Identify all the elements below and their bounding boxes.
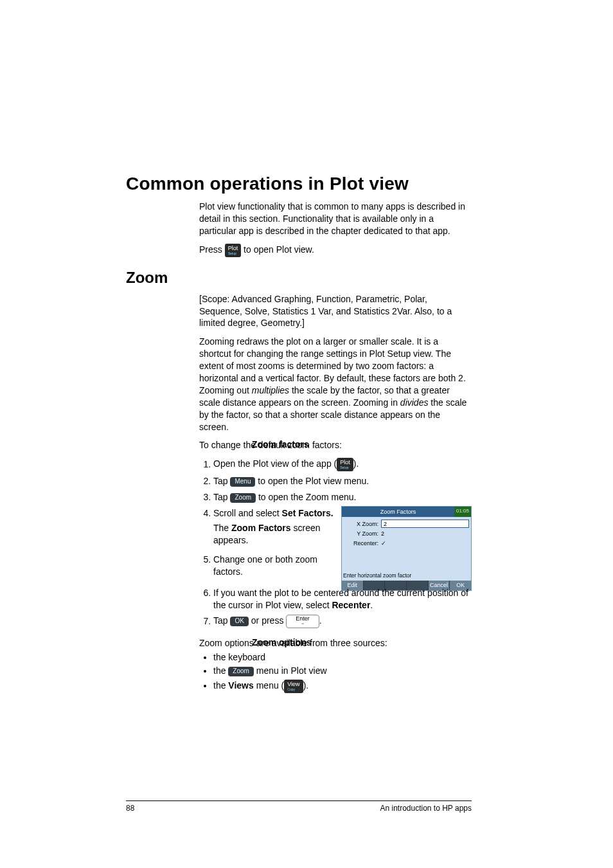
step-4: Scroll and select Set Factors. The Zoom …	[213, 507, 472, 591]
heading-zoom: Zoom	[126, 269, 472, 287]
step-5: Change one or both zoom factors.	[213, 554, 335, 578]
zoom-scope: [Scope: Advanced Graphing, Function, Par…	[199, 293, 472, 330]
page: Common operations in Plot view Plot view…	[0, 0, 613, 868]
zo-views-menu: the Views menu (ViewCopy).	[213, 680, 472, 693]
calc-titlebar: Zoom Factors 01:05	[342, 507, 471, 517]
calc-time: 01:05	[454, 507, 471, 517]
zoom-softkey: Zoom	[230, 493, 256, 503]
zo-zoom-menu: the Zoom menu in Plot view	[213, 665, 472, 676]
press-plot-line: Press PlotSetup to open Plot view.	[199, 244, 472, 257]
plot-key-icon: PlotSetup	[225, 244, 242, 257]
zoom-options-block: Zoom options are available from three so…	[199, 637, 472, 693]
recenter-value: ✓	[381, 539, 469, 547]
step-7: Tap OK or press Enter≈.	[213, 615, 472, 628]
ok-softkey: OK	[230, 617, 248, 626]
step-2: Tap Menu to open the Plot view menu.	[213, 475, 472, 487]
yzoom-label: Y Zoom:	[344, 530, 381, 538]
step-6: If you want the plot to be centered arou…	[213, 587, 472, 611]
sidehead-zoom-factors: Zoom factors	[252, 439, 316, 449]
intro-block: Plot view functionality that is common t…	[199, 201, 472, 257]
xzoom-field[interactable]: 2	[381, 520, 469, 528]
page-footer: 88 An introduction to HP apps	[126, 800, 472, 813]
yzoom-value: 2	[381, 530, 469, 538]
zoom-softkey: Zoom	[228, 667, 254, 676]
text: to open Plot view.	[244, 244, 314, 255]
enter-key-icon: Enter≈	[286, 615, 319, 628]
recenter-label: Recenter:	[344, 539, 381, 547]
zf-intro: To change the default zoom factors:	[199, 439, 472, 451]
view-key-icon: ViewCopy	[284, 680, 303, 693]
zoom-factors-screenshot: Zoom Factors 01:05 X Zoom: 2 Y Zoom:	[341, 506, 472, 591]
page-number: 88	[126, 804, 134, 813]
plot-key-icon: PlotSetup	[337, 458, 353, 471]
zoom-intro-block: [Scope: Advanced Graphing, Function, Par…	[199, 293, 472, 433]
text: Press	[199, 244, 225, 255]
intro-paragraph: Plot view functionality that is common t…	[199, 201, 472, 237]
calc-title: Zoom Factors	[342, 507, 454, 517]
heading-common-ops: Common operations in Plot view	[126, 174, 472, 194]
calc-helpline: Enter horizontal zoom factor	[342, 572, 471, 580]
zoom-options-list: the keyboard the Zoom menu in Plot view …	[199, 652, 472, 693]
zoom-factors-block: To change the default zoom factors: Open…	[199, 439, 472, 628]
step-3: Tap Zoom to open the Zoom menu.	[213, 491, 472, 503]
calc-body: X Zoom: 2 Y Zoom: 2 Recenter: ✓	[342, 517, 471, 572]
step-1: Open the Plot view of the app (PlotSetup…	[213, 458, 472, 471]
footer-title: An introduction to HP apps	[380, 804, 472, 813]
zoom-factors-steps: Open the Plot view of the app (PlotSetup…	[199, 458, 472, 628]
menu-softkey: Menu	[230, 477, 255, 487]
zo-intro: Zoom options are available from three so…	[199, 637, 472, 649]
zo-keyboard: the keyboard	[213, 652, 472, 662]
xzoom-label: X Zoom:	[344, 520, 381, 528]
zoom-description: Zooming redraws the plot on a larger or …	[199, 336, 472, 433]
sidehead-zoom-options: Zoom options	[252, 637, 316, 647]
